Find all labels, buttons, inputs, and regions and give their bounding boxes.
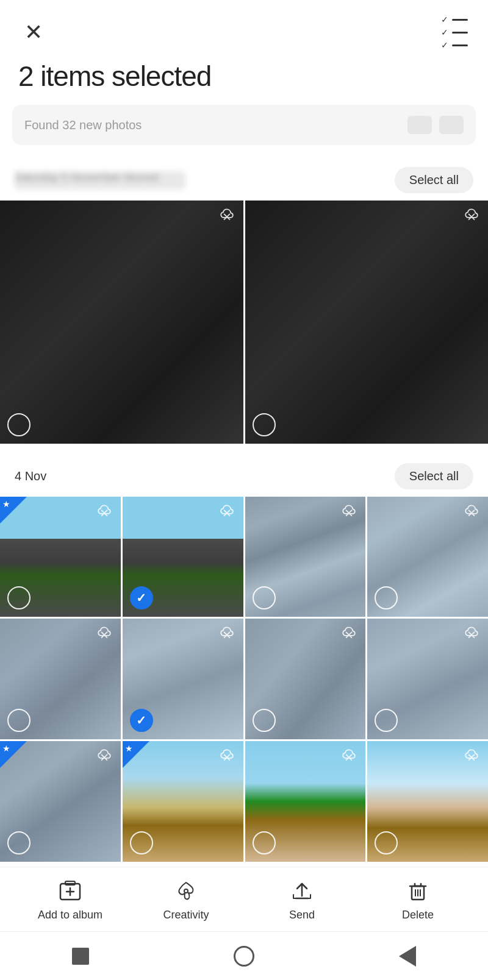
select-circle[interactable]: [7, 709, 30, 732]
bottom-toolbar: Add to album Creativity Send: [0, 867, 488, 931]
delete-label: Delete: [402, 909, 434, 921]
select-circle[interactable]: [7, 586, 30, 609]
photo-item[interactable]: [367, 741, 488, 862]
select-circle[interactable]: [253, 413, 276, 436]
creativity-icon: [173, 878, 199, 904]
header: ✕ ✓ ✓ ✓: [0, 0, 488, 54]
banner-actions: [407, 116, 464, 134]
page-title: 2 items selected: [18, 60, 470, 93]
star-badge: [0, 741, 27, 768]
cloud-icon: [462, 626, 481, 639]
select-circle[interactable]: [375, 709, 398, 732]
title-section: 2 items selected: [0, 54, 488, 105]
photo-item[interactable]: [123, 741, 243, 862]
cloud-icon: [218, 626, 236, 639]
select-circle-selected[interactable]: [130, 709, 153, 732]
nav-bar: [0, 931, 488, 980]
section2-photo-grid: [0, 497, 488, 862]
photo-item[interactable]: [0, 201, 243, 444]
notification-banner[interactable]: Found 32 new photos: [12, 105, 476, 145]
photo-item[interactable]: [123, 619, 243, 739]
photo-item[interactable]: [0, 497, 121, 617]
add-to-album-label: Add to album: [38, 909, 102, 921]
select-circle[interactable]: [375, 831, 398, 854]
section2-date: 4 Nov: [15, 469, 46, 483]
select-circle[interactable]: [253, 709, 276, 732]
send-icon: [289, 878, 315, 904]
svg-point-32: [184, 889, 188, 893]
cloud-icon: [462, 208, 481, 221]
cloud-icon: [95, 504, 113, 517]
select-circle[interactable]: [7, 413, 30, 436]
cloud-icon: [462, 748, 481, 762]
select-circle[interactable]: [7, 831, 30, 854]
banner-icon-2: [439, 116, 464, 134]
cloud-icon: [95, 748, 113, 762]
send-label: Send: [289, 909, 315, 921]
creativity-label: Creativity: [163, 909, 209, 921]
send-button[interactable]: Send: [265, 878, 339, 921]
select-circle[interactable]: [253, 586, 276, 609]
section2-select-all[interactable]: Select all: [395, 463, 473, 489]
photo-item[interactable]: [367, 497, 488, 617]
cloud-icon: [218, 504, 236, 517]
close-button[interactable]: ✕: [18, 17, 49, 48]
banner-icon-1: [407, 116, 432, 134]
nav-home-button[interactable]: [72, 948, 89, 965]
star-badge: [0, 497, 27, 524]
checklist-icon: ✓ ✓ ✓: [441, 15, 468, 50]
close-icon: ✕: [24, 21, 43, 43]
select-circle[interactable]: [253, 831, 276, 854]
section1-photo-grid: [0, 201, 488, 444]
cloud-icon: [340, 626, 358, 639]
cloud-icon: [218, 208, 236, 221]
add-to-album-button[interactable]: Add to album: [34, 878, 107, 921]
cloud-icon: [95, 626, 113, 639]
menu-button[interactable]: ✓ ✓ ✓: [439, 17, 470, 48]
nav-back-circle-button[interactable]: [234, 946, 254, 967]
select-circle[interactable]: [130, 831, 153, 854]
creativity-button[interactable]: Creativity: [149, 878, 223, 921]
photo-item[interactable]: [0, 619, 121, 739]
photo-item[interactable]: [245, 619, 366, 739]
add-to-album-icon: [57, 878, 83, 904]
photo-item[interactable]: [245, 497, 366, 617]
cloud-icon: [340, 504, 358, 517]
section1-date: Saturday 5 November blurred: [15, 171, 185, 190]
banner-text: Found 32 new photos: [24, 118, 142, 132]
photo-item[interactable]: [0, 741, 121, 862]
delete-icon: [405, 878, 431, 904]
section1-select-all[interactable]: Select all: [395, 167, 473, 193]
delete-button[interactable]: Delete: [381, 878, 454, 921]
photo-item[interactable]: [245, 741, 366, 862]
cloud-icon: [462, 504, 481, 517]
star-badge: [123, 741, 149, 768]
photo-item[interactable]: [123, 497, 243, 617]
section2-header: 4 Nov Select all: [0, 453, 488, 497]
photo-item[interactable]: [245, 201, 489, 444]
cloud-icon: [218, 748, 236, 762]
section1-header: Saturday 5 November blurred Select all: [0, 157, 488, 201]
cloud-icon: [340, 748, 358, 762]
select-circle[interactable]: [375, 586, 398, 609]
photo-item[interactable]: [367, 619, 488, 739]
select-circle-selected[interactable]: [130, 586, 153, 609]
nav-back-button[interactable]: [399, 946, 416, 967]
